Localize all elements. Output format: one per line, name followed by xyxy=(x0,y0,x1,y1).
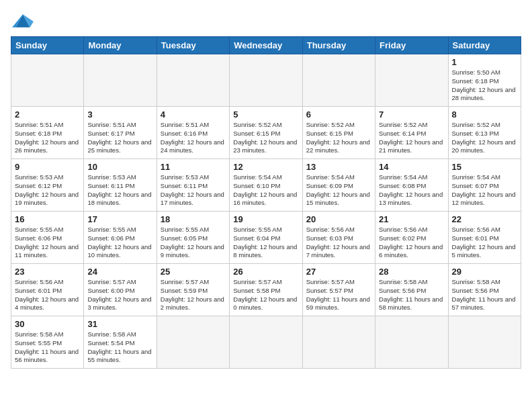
calendar-cell: 4Sunrise: 5:51 AM Sunset: 6:16 PM Daylig… xyxy=(157,107,229,159)
day-number: 28 xyxy=(379,267,444,277)
calendar-cell: 9Sunrise: 5:53 AM Sunset: 6:12 PM Daylig… xyxy=(11,159,84,212)
day-info: Sunrise: 5:52 AM Sunset: 6:13 PM Dayligh… xyxy=(452,121,517,155)
calendar-cell: 2Sunrise: 5:51 AM Sunset: 6:18 PM Daylig… xyxy=(11,107,84,159)
day-number: 13 xyxy=(306,162,371,172)
day-number: 21 xyxy=(379,214,444,224)
calendar-cell xyxy=(84,54,157,107)
day-number: 22 xyxy=(452,214,517,224)
day-number: 16 xyxy=(15,214,80,224)
day-info: Sunrise: 5:55 AM Sunset: 6:05 PM Dayligh… xyxy=(161,226,226,260)
calendar-cell xyxy=(157,316,229,369)
calendar-cell xyxy=(448,316,521,369)
day-info: Sunrise: 5:57 AM Sunset: 5:57 PM Dayligh… xyxy=(306,278,371,312)
calendar-cell: 16Sunrise: 5:55 AM Sunset: 6:06 PM Dayli… xyxy=(11,212,84,264)
logo xyxy=(11,11,38,31)
calendar-week-4: 23Sunrise: 5:56 AM Sunset: 6:01 PM Dayli… xyxy=(11,264,521,316)
calendar-cell xyxy=(11,54,84,107)
day-number: 4 xyxy=(161,109,226,120)
calendar-cell: 12Sunrise: 5:54 AM Sunset: 6:10 PM Dayli… xyxy=(230,159,302,212)
day-number: 30 xyxy=(15,319,80,329)
day-number: 14 xyxy=(379,162,444,172)
calendar-cell xyxy=(157,54,229,107)
calendar-cell xyxy=(375,54,448,107)
calendar-cell: 13Sunrise: 5:54 AM Sunset: 6:09 PM Dayli… xyxy=(302,159,375,212)
calendar-cell: 11Sunrise: 5:53 AM Sunset: 6:11 PM Dayli… xyxy=(157,159,229,212)
day-number: 12 xyxy=(233,162,298,172)
day-info: Sunrise: 5:58 AM Sunset: 5:56 PM Dayligh… xyxy=(452,278,517,312)
calendar-cell: 31Sunrise: 5:58 AM Sunset: 5:54 PM Dayli… xyxy=(84,316,157,369)
day-number: 27 xyxy=(306,267,371,277)
day-header-thursday: Thursday xyxy=(302,37,375,54)
day-info: Sunrise: 5:55 AM Sunset: 6:06 PM Dayligh… xyxy=(87,226,152,260)
calendar-cell: 23Sunrise: 5:56 AM Sunset: 6:01 PM Dayli… xyxy=(11,264,84,316)
calendar-cell: 15Sunrise: 5:54 AM Sunset: 6:07 PM Dayli… xyxy=(448,159,521,212)
day-number: 3 xyxy=(87,109,152,120)
day-info: Sunrise: 5:51 AM Sunset: 6:18 PM Dayligh… xyxy=(15,121,80,155)
day-number: 20 xyxy=(306,214,371,224)
calendar-cell: 8Sunrise: 5:52 AM Sunset: 6:13 PM Daylig… xyxy=(448,107,521,159)
day-info: Sunrise: 5:58 AM Sunset: 5:56 PM Dayligh… xyxy=(379,278,444,312)
calendar-cell: 6Sunrise: 5:52 AM Sunset: 6:15 PM Daylig… xyxy=(302,107,375,159)
day-number: 5 xyxy=(233,109,298,120)
day-info: Sunrise: 5:56 AM Sunset: 6:02 PM Dayligh… xyxy=(379,226,444,260)
calendar-cell: 20Sunrise: 5:56 AM Sunset: 6:03 PM Dayli… xyxy=(302,212,375,264)
calendar-cell: 14Sunrise: 5:54 AM Sunset: 6:08 PM Dayli… xyxy=(375,159,448,212)
day-info: Sunrise: 5:51 AM Sunset: 6:17 PM Dayligh… xyxy=(87,121,152,155)
calendar-cell: 30Sunrise: 5:58 AM Sunset: 5:55 PM Dayli… xyxy=(11,316,84,369)
calendar-cell: 21Sunrise: 5:56 AM Sunset: 6:02 PM Dayli… xyxy=(375,212,448,264)
day-info: Sunrise: 5:57 AM Sunset: 6:00 PM Dayligh… xyxy=(87,278,152,312)
calendar-week-1: 2Sunrise: 5:51 AM Sunset: 6:18 PM Daylig… xyxy=(11,107,521,159)
day-number: 7 xyxy=(379,109,444,120)
day-info: Sunrise: 5:53 AM Sunset: 6:12 PM Dayligh… xyxy=(15,173,80,208)
calendar-cell: 5Sunrise: 5:52 AM Sunset: 6:15 PM Daylig… xyxy=(230,107,302,159)
calendar-cell: 25Sunrise: 5:57 AM Sunset: 5:59 PM Dayli… xyxy=(157,264,229,316)
day-number: 9 xyxy=(15,162,80,172)
calendar-cell: 27Sunrise: 5:57 AM Sunset: 5:57 PM Dayli… xyxy=(302,264,375,316)
day-header-saturday: Saturday xyxy=(448,37,521,54)
calendar-cell: 1Sunrise: 5:50 AM Sunset: 6:18 PM Daylig… xyxy=(448,54,521,107)
day-info: Sunrise: 5:54 AM Sunset: 6:09 PM Dayligh… xyxy=(306,173,371,208)
day-number: 18 xyxy=(161,214,226,224)
day-header-tuesday: Tuesday xyxy=(157,37,229,54)
calendar-page: SundayMondayTuesdayWednesdayThursdayFrid… xyxy=(0,0,532,411)
calendar-cell: 17Sunrise: 5:55 AM Sunset: 6:06 PM Dayli… xyxy=(84,212,157,264)
day-header-sunday: Sunday xyxy=(11,37,84,54)
day-number: 6 xyxy=(306,109,371,120)
day-number: 19 xyxy=(233,214,298,224)
calendar-week-5: 30Sunrise: 5:58 AM Sunset: 5:55 PM Dayli… xyxy=(11,316,521,369)
calendar-cell xyxy=(230,316,302,369)
day-number: 11 xyxy=(161,162,226,172)
calendar-cell: 10Sunrise: 5:53 AM Sunset: 6:11 PM Dayli… xyxy=(84,159,157,212)
day-number: 17 xyxy=(87,214,152,224)
day-info: Sunrise: 5:58 AM Sunset: 5:54 PM Dayligh… xyxy=(87,330,152,365)
day-header-wednesday: Wednesday xyxy=(230,37,302,54)
calendar-cell: 3Sunrise: 5:51 AM Sunset: 6:17 PM Daylig… xyxy=(84,107,157,159)
day-number: 15 xyxy=(452,162,517,172)
day-number: 24 xyxy=(87,267,152,277)
day-number: 10 xyxy=(87,162,152,172)
day-info: Sunrise: 5:54 AM Sunset: 6:10 PM Dayligh… xyxy=(233,173,298,208)
day-info: Sunrise: 5:56 AM Sunset: 6:01 PM Dayligh… xyxy=(452,226,517,260)
calendar-cell: 28Sunrise: 5:58 AM Sunset: 5:56 PM Dayli… xyxy=(375,264,448,316)
day-info: Sunrise: 5:54 AM Sunset: 6:08 PM Dayligh… xyxy=(379,173,444,208)
day-info: Sunrise: 5:55 AM Sunset: 6:04 PM Dayligh… xyxy=(233,226,298,260)
calendar-cell xyxy=(302,316,375,369)
calendar-week-3: 16Sunrise: 5:55 AM Sunset: 6:06 PM Dayli… xyxy=(11,212,521,264)
calendar-table: SundayMondayTuesdayWednesdayThursdayFrid… xyxy=(11,36,521,369)
calendar-cell: 18Sunrise: 5:55 AM Sunset: 6:05 PM Dayli… xyxy=(157,212,229,264)
calendar-week-0: 1Sunrise: 5:50 AM Sunset: 6:18 PM Daylig… xyxy=(11,54,521,107)
header xyxy=(11,11,521,31)
day-info: Sunrise: 5:56 AM Sunset: 6:01 PM Dayligh… xyxy=(15,278,80,312)
calendar-cell: 29Sunrise: 5:58 AM Sunset: 5:56 PM Dayli… xyxy=(448,264,521,316)
calendar-cell xyxy=(375,316,448,369)
day-header-monday: Monday xyxy=(84,37,157,54)
calendar-cell: 22Sunrise: 5:56 AM Sunset: 6:01 PM Dayli… xyxy=(448,212,521,264)
day-number: 29 xyxy=(452,267,517,277)
day-info: Sunrise: 5:53 AM Sunset: 6:11 PM Dayligh… xyxy=(161,173,226,208)
day-info: Sunrise: 5:52 AM Sunset: 6:14 PM Dayligh… xyxy=(379,121,444,155)
day-info: Sunrise: 5:52 AM Sunset: 6:15 PM Dayligh… xyxy=(233,121,298,155)
day-info: Sunrise: 5:51 AM Sunset: 6:16 PM Dayligh… xyxy=(161,121,226,155)
calendar-cell: 26Sunrise: 5:57 AM Sunset: 5:58 PM Dayli… xyxy=(230,264,302,316)
day-info: Sunrise: 5:55 AM Sunset: 6:06 PM Dayligh… xyxy=(15,226,80,260)
day-info: Sunrise: 5:57 AM Sunset: 5:58 PM Dayligh… xyxy=(233,278,298,312)
